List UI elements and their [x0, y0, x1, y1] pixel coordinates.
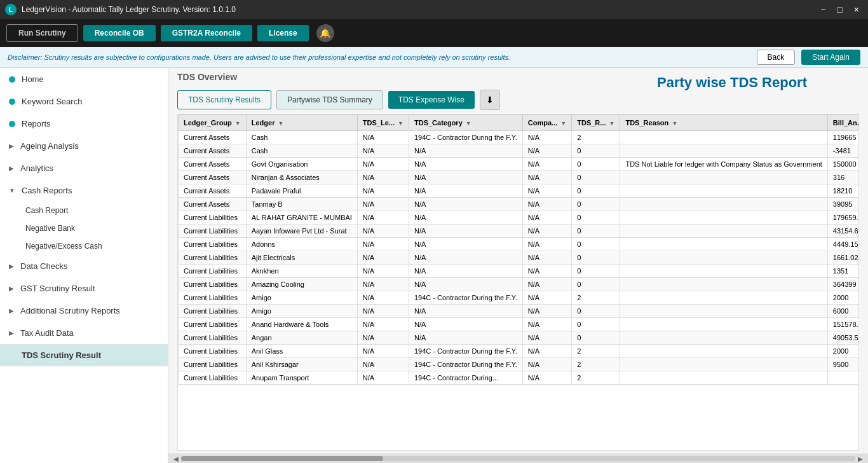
sidebar-item-negative-excess-cash[interactable]: Negative/Excess Cash — [0, 237, 168, 255]
additional-arrow-icon: ▶ — [9, 307, 14, 314]
scroll-right-button[interactable]: ▶ — [855, 455, 865, 462]
table-cell: 194C - Contractor During the F.Y. — [409, 131, 522, 144]
window-controls[interactable]: − □ × — [817, 3, 863, 16]
table-cell: N/A — [357, 211, 409, 225]
sidebar-item-tax-audit[interactable]: ▶ Tax Audit Data — [0, 322, 168, 344]
table-row[interactable]: Current LiabilitiesAknkhenN/AN/AN/A01351… — [179, 265, 860, 278]
col-ledger[interactable]: Ledger ▼ — [246, 115, 357, 131]
table-cell — [827, 371, 859, 385]
sidebar-item-data-checks[interactable]: ▶ Data Checks — [0, 255, 168, 277]
sidebar-item-reports[interactable]: Reports — [0, 113, 168, 135]
maximize-button[interactable]: □ — [833, 3, 846, 16]
reconcile-ob-button[interactable]: Reconcile OB — [83, 25, 156, 41]
table-cell: 0 — [572, 211, 620, 225]
table-cell — [620, 131, 827, 144]
start-again-button[interactable]: Start Again — [801, 50, 860, 65]
minimize-button[interactable]: − — [817, 3, 829, 16]
table-row[interactable]: Current AssetsGovt OrganisationN/AN/AN/A… — [179, 158, 860, 171]
table-row[interactable]: Current AssetsCashN/A194C - Contractor D… — [179, 131, 860, 144]
scroll-thumb[interactable] — [181, 456, 383, 461]
table-cell: N/A — [357, 144, 409, 158]
col-tds-r[interactable]: TDS_R... ▼ — [572, 115, 620, 131]
table-cell: Current Assets — [179, 158, 247, 171]
table-cell: Adonns — [246, 238, 357, 251]
table-row[interactable]: Current LiabilitiesAdonnsN/AN/AN/A04449.… — [179, 238, 860, 251]
sidebar-item-gst-scrutiny[interactable]: ▶ GST Scrutiny Result — [0, 277, 168, 300]
table-cell: N/A — [409, 171, 522, 184]
table-row[interactable]: Current LiabilitiesAL RAHAT GRANITE - MU… — [179, 211, 860, 225]
col-tds-reason[interactable]: TDS_Reason ▼ — [620, 115, 827, 131]
table-cell — [620, 318, 827, 331]
table-row[interactable]: Current AssetsNiranjan & AssociatesN/AN/… — [179, 171, 860, 184]
table-cell: N/A — [409, 278, 522, 291]
scroll-left-button[interactable]: ◀ — [171, 455, 181, 462]
table-row[interactable]: Current LiabilitiesAjit ElectricalsN/AN/… — [179, 251, 860, 265]
col-tds-category[interactable]: TDS_Category ▼ — [409, 115, 522, 131]
sidebar-home-label: Home — [22, 74, 44, 84]
table-cell: 0 — [572, 251, 620, 265]
table-row[interactable]: Current LiabilitiesAnupam TransportN/A19… — [179, 371, 860, 385]
table-row[interactable]: Current LiabilitiesAnand Hardware & Tool… — [179, 318, 860, 331]
sidebar-item-home[interactable]: Home — [0, 68, 168, 90]
table-row[interactable]: Current LiabilitiesAmigoN/A194C - Contra… — [179, 291, 860, 305]
col-ledger-group[interactable]: Ledger_Group ▼ — [179, 115, 247, 131]
table-row[interactable]: Current LiabilitiesAayan Infoware Pvt Lt… — [179, 225, 860, 238]
analytics-arrow-icon: ▶ — [9, 165, 14, 172]
table-cell: Current Liabilities — [179, 305, 247, 318]
gst-arrow-icon: ▶ — [9, 285, 14, 292]
table-cell: 194C - Contractor During... — [409, 371, 522, 385]
table-cell: Current Liabilities — [179, 318, 247, 331]
table-cell: N/A — [357, 331, 409, 345]
table-cell: -3481 — [827, 144, 859, 158]
table-cell: 2 — [572, 345, 620, 358]
sidebar-item-tds-scrutiny[interactable]: TDS Scrutiny Result — [0, 344, 168, 366]
table-row[interactable]: Current LiabilitiesAmigoN/AN/AN/A0600000… — [179, 305, 860, 318]
sidebar-item-keyword-search[interactable]: Keyword Search — [0, 90, 168, 113]
gstr2a-reconcile-button[interactable]: GSTR2A Reconcile — [161, 25, 252, 41]
tds-table-container[interactable]: Ledger_Group ▼ Ledger ▼ TDS_Le... ▼ TDS_… — [177, 114, 859, 451]
table-cell — [620, 171, 827, 184]
sidebar-item-cash-reports[interactable]: ▼ Cash Reports — [0, 179, 168, 202]
table-cell — [620, 345, 827, 358]
table-row[interactable]: Current AssetsCashN/AN/AN/A0-348100Pass — [179, 144, 860, 158]
sidebar-ageing-label: Ageing Analysis — [20, 141, 79, 151]
scroll-track[interactable] — [181, 456, 855, 461]
back-button[interactable]: Back — [757, 50, 796, 65]
table-row[interactable]: Current LiabilitiesAnil GlassN/A194C - C… — [179, 345, 860, 358]
sidebar-item-analytics[interactable]: ▶ Analytics — [0, 157, 168, 179]
table-cell: Anil Kshirsagar — [246, 358, 357, 371]
table-cell: Padavale Praful — [246, 184, 357, 198]
tds-scrutiny-results-button[interactable]: TDS Scrutiny Results — [177, 90, 271, 109]
app-title: LedgerVision - Automatic Tally Ledger Sc… — [22, 5, 817, 14]
table-row[interactable]: Current LiabilitiesAmazing CoolingN/AN/A… — [179, 278, 860, 291]
table-cell: 0 — [572, 318, 620, 331]
table-cell: N/A — [409, 238, 522, 251]
table-cell: 194C - Contractor During the F.Y. — [409, 345, 522, 358]
party-heading: Party wise TDS Report — [605, 72, 859, 91]
table-cell: 2000 — [827, 291, 859, 305]
sidebar-gst-label: GST Scrutiny Result — [20, 284, 95, 293]
table-row[interactable]: Current AssetsPadavale PrafulN/AN/AN/A01… — [179, 184, 860, 198]
table-cell: N/A — [522, 251, 571, 265]
table-cell: 0 — [572, 171, 620, 184]
partywise-tds-summary-button[interactable]: Partywise TDS Summary — [276, 90, 383, 109]
close-button[interactable]: × — [850, 3, 863, 16]
license-button[interactable]: License — [257, 25, 309, 41]
notification-bell[interactable]: 🔔 — [316, 24, 334, 42]
run-scrutiny-button[interactable]: Run Scrutiny — [6, 24, 78, 42]
col-tds-le[interactable]: TDS_Le... ▼ — [357, 115, 409, 131]
col-compa[interactable]: Compa... ▼ — [522, 115, 571, 131]
table-row[interactable]: Current LiabilitiesAnil KshirsagarN/A194… — [179, 358, 860, 371]
sidebar-item-additional-scrutiny[interactable]: ▶ Additional Scrutiny Reports — [0, 300, 168, 322]
sidebar-item-cash-report[interactable]: Cash Report — [0, 202, 168, 219]
horizontal-scrollbar[interactable]: ◀ ▶ — [168, 453, 868, 463]
sidebar-item-negative-bank[interactable]: Negative Bank — [0, 219, 168, 237]
table-row[interactable]: Current AssetsTanmay BN/AN/AN/A03909500P… — [179, 198, 860, 211]
tds-expense-wise-button[interactable]: TDS Expense Wise — [388, 91, 475, 109]
table-cell: 0 — [572, 225, 620, 238]
table-row[interactable]: Current LiabilitiesAnganN/AN/AN/A049053.… — [179, 331, 860, 345]
table-cell: N/A — [409, 184, 522, 198]
download-button[interactable]: ⬇ — [480, 90, 500, 110]
sidebar-item-ageing[interactable]: ▶ Ageing Analysis — [0, 135, 168, 157]
col-bill-an[interactable]: Bill_An... ▼ — [827, 115, 859, 131]
